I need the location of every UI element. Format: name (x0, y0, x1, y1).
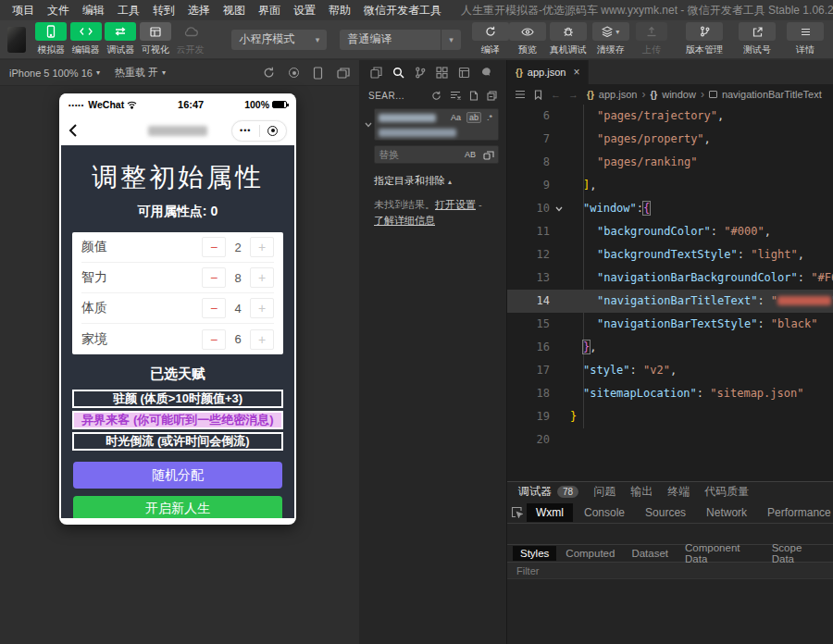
start-life-button[interactable]: 开启新人生 (73, 496, 282, 518)
device-debug-button[interactable]: 真机调试 (546, 22, 591, 56)
mode-dropdown[interactable]: 小程序模式 ▾ (231, 30, 327, 50)
match-case-toggle[interactable]: Aa (449, 113, 463, 122)
plus-button[interactable]: + (250, 237, 274, 257)
phone-frame-icon[interactable] (313, 67, 323, 80)
search-icon[interactable] (392, 67, 404, 79)
code-line: 13"navigationBarBackgroundColor": "#F6F6… (507, 266, 833, 290)
more-icon[interactable]: ••• (232, 126, 259, 135)
close-icon[interactable]: × (573, 66, 579, 79)
collapse-all-icon[interactable] (487, 91, 497, 101)
tab-console[interactable]: Console (575, 503, 634, 522)
tab-code-quality[interactable]: 代码质量 (704, 484, 749, 500)
preview-button[interactable]: 预览 (509, 22, 546, 56)
tab-wxml[interactable]: Wxml (527, 503, 573, 522)
debugger-toggle-button[interactable]: 调试器 (104, 22, 139, 56)
chevron-down-icon: ▾ (96, 68, 100, 77)
dirs-exclude-toggle[interactable]: 指定目录和排除 ▴ (374, 174, 497, 188)
menu-view[interactable]: 视图 (217, 3, 252, 19)
tab-terminal[interactable]: 终端 (667, 484, 690, 500)
battery-label: 100% (244, 99, 269, 110)
fold-chevron-icon[interactable] (555, 197, 563, 220)
tab-component-data[interactable]: Component Data (678, 540, 763, 566)
learn-more-link[interactable]: 了解详细信息 (374, 215, 435, 226)
compile-mode-dropdown[interactable]: 普通编译 ▾ (340, 30, 460, 50)
exit-target-icon[interactable] (260, 126, 287, 136)
back-chevron-icon[interactable] (68, 123, 78, 138)
files-icon[interactable] (370, 67, 382, 79)
censored-title-value (777, 296, 831, 305)
hot-reload-toggle[interactable]: 热重载 开 ▾ (115, 66, 166, 80)
search-input[interactable]: Aa ab .* (374, 108, 499, 141)
talent-item-highlighted[interactable]: 异界来客 (你可能听到一些绝密消息) (72, 411, 283, 429)
new-search-icon[interactable] (469, 91, 479, 101)
tab-performance[interactable]: Performance (758, 503, 833, 522)
talent-item[interactable]: 驻颜 (体质>10时颜值+3) (72, 390, 283, 408)
menu-help[interactable]: 帮助 (322, 3, 357, 19)
outline-icon[interactable] (515, 90, 526, 99)
wechat-logo-icon[interactable] (480, 67, 492, 79)
menu-interface[interactable]: 界面 (252, 3, 287, 19)
menu-file[interactable]: 文件 (41, 3, 76, 19)
panel-title: SEAR... (368, 91, 404, 101)
git-branch-icon[interactable] (415, 67, 426, 79)
capsule-menu[interactable]: ••• (231, 120, 287, 142)
menu-settings[interactable]: 设置 (287, 3, 322, 19)
user-avatar[interactable] (7, 27, 26, 53)
tab-network[interactable]: Network (697, 503, 756, 522)
minus-button[interactable]: − (202, 267, 226, 288)
menu-wechat-devtools[interactable]: 微信开发者工具 (357, 3, 448, 19)
clear-cache-button[interactable]: ▾ 清缓存 (591, 22, 631, 56)
censored-nav-title (148, 126, 207, 136)
file-preview-icon[interactable] (458, 67, 470, 79)
tab-sources[interactable]: Sources (636, 503, 695, 522)
replace-input[interactable]: 替换 AB (374, 145, 499, 164)
clear-results-icon[interactable] (450, 91, 461, 100)
extensions-icon[interactable] (436, 67, 448, 79)
menu-project[interactable]: 项目 (6, 3, 41, 19)
regex-toggle[interactable]: .* (485, 113, 494, 122)
test-account-button[interactable]: 测试号 (737, 22, 777, 56)
preserve-case-toggle[interactable]: AB (463, 150, 478, 159)
tab-computed[interactable]: Computed (558, 546, 622, 561)
simulator-toggle-button[interactable]: 模拟器 (33, 22, 68, 56)
multi-window-icon[interactable] (337, 68, 350, 79)
menu-edit[interactable]: 编辑 (76, 3, 111, 19)
reload-icon[interactable] (263, 67, 275, 79)
toggle-replace-chevron-icon[interactable] (363, 108, 374, 141)
compile-button[interactable]: 编译 (472, 22, 509, 56)
device-selector[interactable]: iPhone 5 100% 16 ▾ (9, 68, 100, 79)
talent-item[interactable]: 时光倒流 (或许时间会倒流) (72, 432, 283, 451)
inspect-element-icon[interactable] (511, 506, 523, 518)
plus-button[interactable]: + (250, 298, 274, 318)
censored-search-query-2 (379, 129, 456, 137)
tab-output[interactable]: 输出 (630, 484, 653, 500)
tab-styles[interactable]: Styles (513, 546, 556, 561)
tab-problems[interactable]: 问题 (593, 484, 615, 500)
details-button[interactable]: 详情 (785, 22, 826, 56)
open-settings-link[interactable]: 打开设置 (435, 199, 476, 210)
bookmark-icon[interactable] (534, 90, 542, 100)
minus-button[interactable]: − (202, 237, 226, 257)
whole-word-toggle[interactable]: ab (466, 112, 481, 123)
minus-button[interactable]: − (202, 298, 226, 318)
version-management-button[interactable]: 版本管理 (679, 22, 729, 56)
record-icon[interactable] (289, 68, 299, 78)
tab-app-json[interactable]: {} app.json × (507, 60, 589, 84)
tab-scope-data[interactable]: Scope Data (765, 540, 827, 566)
menu-tools[interactable]: 工具 (111, 3, 146, 19)
visualization-button[interactable]: 可视化 (138, 22, 173, 56)
minus-button[interactable]: − (202, 329, 226, 350)
code-area[interactable]: 6"pages/trajectory", 7"pages/property", … (507, 105, 833, 452)
tab-debugger[interactable]: 调试器 78 (518, 484, 578, 500)
random-assign-button[interactable]: 随机分配 (73, 462, 282, 489)
menu-goto[interactable]: 转到 (146, 3, 181, 19)
tab-dataset[interactable]: Dataset (624, 546, 676, 561)
breadcrumb[interactable]: {} app.json › {} window › navigationBarT… (587, 88, 822, 101)
plus-button[interactable]: + (250, 329, 274, 350)
refresh-results-icon[interactable] (431, 91, 441, 101)
replace-all-icon[interactable] (483, 150, 494, 160)
code-icon (80, 27, 93, 36)
plus-button[interactable]: + (250, 267, 274, 288)
menu-select[interactable]: 选择 (181, 3, 217, 19)
editor-toggle-button[interactable]: 编辑器 (68, 22, 104, 56)
